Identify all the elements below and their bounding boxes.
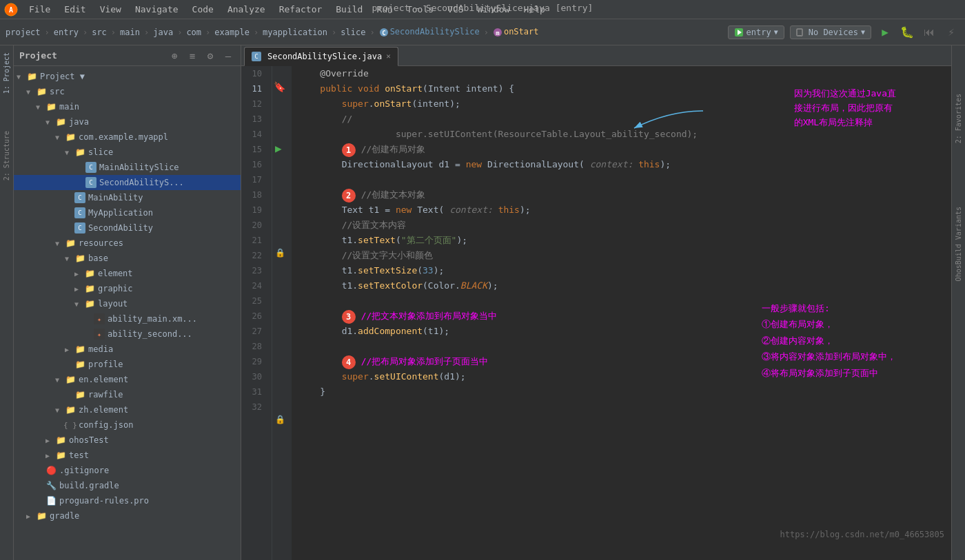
tree-item-slice[interactable]: ▼ 📁 slice <box>14 145 241 160</box>
tree-item-mainabilityslice[interactable]: C MainAbilitySlice <box>14 160 241 175</box>
sidebar-settings-btn[interactable]: ≡ <box>185 49 199 63</box>
breadcrumb-entry[interactable]: entry <box>54 28 79 37</box>
editor-gutter: 🔖 ▶ 🔒 🔒 <box>272 66 292 560</box>
svg-text:C: C <box>382 30 385 37</box>
breadcrumb-class[interactable]: CSecondAbilitySlice <box>379 27 480 37</box>
app-logo: A <box>4 3 18 17</box>
svg-rect-9 <box>798 35 801 36</box>
menu-code[interactable]: Code <box>187 3 219 16</box>
sidebar-tree: ▼ 📁 Project ▼ ▼ 📁 src ▼ 📁 main ▼ 📁 java <box>14 66 241 560</box>
tree-item-config-json[interactable]: { } config.json <box>14 417 241 433</box>
menu-refactor[interactable]: Refactor <box>274 3 328 16</box>
menu-navigate[interactable]: Navigate <box>130 3 184 16</box>
tree-item-base[interactable]: ▼ 📁 base <box>14 251 241 266</box>
menu-analyze[interactable]: Analyze <box>222 3 271 16</box>
tree-item-proguard[interactable]: 📄 proguard-rules.pro <box>14 493 241 508</box>
breadcrumb-sep4: › <box>144 28 149 37</box>
tree-item-resources[interactable]: ▼ 📁 resources <box>14 236 241 251</box>
tree-item-media[interactable]: ▶ 📁 media <box>14 342 241 357</box>
side-tab-ohosbuild[interactable]: OhosBuild Variants <box>953 203 964 285</box>
menu-view[interactable]: View <box>94 3 127 16</box>
breadcrumb-main[interactable]: main <box>120 28 140 37</box>
svg-rect-8 <box>797 29 802 36</box>
code-line-18: 2//创建文本对象 <box>298 187 944 203</box>
file-tabs: C SecondAbilitySlice.java ✕ <box>241 45 951 66</box>
run-button[interactable]: ▶ <box>877 24 893 41</box>
breadcrumb-slice[interactable]: slice <box>341 28 365 37</box>
code-line-22: //设置文字大小和颜色 <box>298 248 944 263</box>
breadcrumb-sep7: › <box>254 28 258 37</box>
window-title: project - SecondAbilitySlice.java [entry… <box>372 3 593 13</box>
breadcrumb-sep10: › <box>484 28 489 37</box>
menu-build[interactable]: Build <box>330 3 368 16</box>
menu-bar: A File Edit View Navigate Code Analyze R… <box>0 0 965 19</box>
code-content[interactable]: @Override public void onStart(Intent int… <box>292 66 951 560</box>
svg-text:m: m <box>496 30 500 37</box>
tree-item-profile[interactable]: 📁 profile <box>14 357 241 372</box>
breadcrumb-myapp[interactable]: myapplication <box>263 28 327 37</box>
sidebar-scope-btn[interactable]: ⊕ <box>167 49 181 63</box>
code-line-26: 3//把文本对象添加到布局对象当中 <box>298 309 944 324</box>
editor-area: 10 11 12 13 14 15 16 17 18 19 20 21 22 2… <box>241 66 951 560</box>
svg-text:A: A <box>9 6 13 14</box>
gutter-marker-1: ▶ <box>275 142 282 155</box>
tree-item-graphic[interactable]: ▶ 📁 graphic <box>14 281 241 296</box>
tree-item-ohostest[interactable]: ▶ 📁 ohosTest <box>14 433 241 448</box>
tree-item-gitignore[interactable]: 🔴 .gitignore <box>14 463 241 478</box>
tree-item-ability-main-xml[interactable]: ✦ ability_main.xm... <box>14 311 241 326</box>
sidebar-close-btn[interactable]: — <box>221 49 235 63</box>
side-tab-project[interactable]: 1: Project <box>1 48 12 98</box>
annotation-4: 4 <box>342 355 356 369</box>
menu-file[interactable]: File <box>23 3 56 16</box>
menu-edit[interactable]: Edit <box>59 3 91 16</box>
tree-item-rawfile[interactable]: 📁 rawfile <box>14 387 241 402</box>
tree-item-build-gradle[interactable]: 🔧 build.gradle <box>14 478 241 493</box>
breadcrumb-project[interactable]: project <box>6 28 41 37</box>
breadcrumb-com[interactable]: com <box>186 28 201 37</box>
tree-item-mainability[interactable]: C MainAbility <box>14 190 241 205</box>
code-line-30: super.setUIContent(d1); <box>298 369 944 384</box>
side-tab-favorites[interactable]: 2: Favorites <box>953 90 964 147</box>
tree-item-test[interactable]: ▶ 📁 test <box>14 448 241 463</box>
tree-item-zh-element[interactable]: ▼ 📁 zh.element <box>14 402 241 417</box>
tree-item-project-root[interactable]: ▼ 📁 Project ▼ <box>14 69 241 84</box>
code-line-20: //设置文本内容 <box>298 218 944 233</box>
tree-item-main[interactable]: ▼ 📁 main <box>14 99 241 114</box>
breadcrumb-sep9: › <box>369 28 374 37</box>
code-line-12: super.onStart(intent); <box>298 96 944 112</box>
breadcrumb-example[interactable]: example <box>214 28 250 37</box>
side-tab-structure[interactable]: 2: Structure <box>1 127 12 185</box>
tree-item-element[interactable]: ▶ 📁 element <box>14 266 241 281</box>
no-devices-button[interactable]: No Devices ▼ <box>790 25 871 39</box>
tree-item-layout[interactable]: ▼ 📁 layout <box>14 296 241 311</box>
breadcrumb-src[interactable]: src <box>92 28 107 37</box>
breadcrumb-sep5: › <box>177 28 182 37</box>
breadcrumb-java[interactable]: java <box>153 28 173 37</box>
sidebar-header: Project ⊕ ≡ ⚙ — <box>14 45 241 66</box>
tree-item-java[interactable]: ▼ 📁 java <box>14 114 241 129</box>
code-line-31: } <box>298 384 944 400</box>
stop-button[interactable]: ⏮ <box>921 24 937 41</box>
tree-item-secondability[interactable]: C SecondAbility <box>14 220 241 236</box>
profile-button[interactable]: ⚡ <box>943 24 959 41</box>
breadcrumb-sep1: › <box>45 28 50 37</box>
file-tab-secondabilityslice[interactable]: C SecondAbilitySlice.java ✕ <box>244 47 398 66</box>
run-config-button[interactable]: entry ▼ <box>728 25 784 39</box>
tree-item-secondabilityslice[interactable]: C SecondAbilityS... <box>14 175 241 190</box>
debug-button[interactable]: 🐛 <box>899 24 915 41</box>
main-layout: 1: Project 2: Structure Project ⊕ ≡ ⚙ — … <box>0 45 965 560</box>
sidebar-gear-btn[interactable]: ⚙ <box>203 49 217 63</box>
code-line-24: t1.setTextColor(Color.BLACK); <box>298 278 944 293</box>
tree-item-src[interactable]: ▼ 📁 src <box>14 84 241 99</box>
tree-item-en-element[interactable]: ▼ 📁 en.element <box>14 372 241 387</box>
code-line-15: 1//创建布局对象 <box>298 142 944 157</box>
annotation-2: 2 <box>342 189 356 203</box>
top-toolbar: project › entry › src › main › java › co… <box>0 19 965 45</box>
tab-close-btn[interactable]: ✕ <box>386 52 391 61</box>
tree-item-ability-second-xml[interactable]: ✦ ability_second... <box>14 326 241 342</box>
code-line-13: // super.setUIContent(ResourceTable.Layo… <box>298 112 944 127</box>
tree-item-gradle-root[interactable]: ▶ 📁 gradle <box>14 508 241 523</box>
tree-item-myapplication[interactable]: C MyApplication <box>14 205 241 220</box>
tree-item-package[interactable]: ▼ 📁 com.example.myappl <box>14 129 241 145</box>
breadcrumb-method[interactable]: monStart <box>493 27 539 37</box>
